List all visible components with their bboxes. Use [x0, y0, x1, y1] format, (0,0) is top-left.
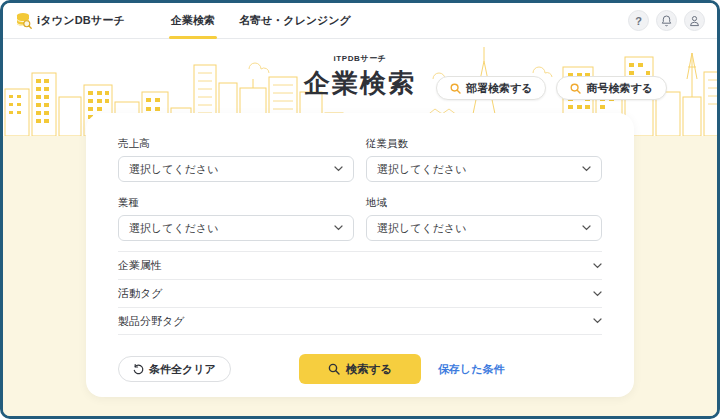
accordion-activity-tags[interactable]: 活動タグ [118, 279, 602, 307]
industry-select-value: 選択してください [129, 221, 219, 236]
account-button[interactable] [684, 10, 705, 31]
notifications-button[interactable] [656, 10, 677, 31]
chevron-down-icon [334, 166, 343, 172]
saved-conditions-link[interactable]: 保存した条件 [438, 362, 505, 377]
hero-action-buttons: 部署検索する 商号検索する [436, 76, 667, 100]
accordion-product-field-tags[interactable]: 製品分野タグ [118, 307, 602, 335]
navbar-utility-buttons: ? [628, 10, 705, 31]
main-nav-tabs: 企業検索 名寄せ・クレンジング [159, 3, 363, 39]
app-logo[interactable]: iタウンDBサーチ [15, 12, 125, 29]
advanced-filter-accordions: 企業属性 活動タグ 製品分野タグ [118, 251, 602, 335]
search-submit-label: 検索する [346, 362, 393, 377]
search-icon [450, 83, 461, 94]
company-attributes-label: 企業属性 [118, 258, 162, 273]
clear-all-conditions-label: 条件全クリア [149, 362, 216, 377]
chevron-down-icon [334, 225, 343, 231]
page-background: 売上高 選択してください 従業員数 選択してください [3, 136, 717, 416]
department-search-label: 部署検索する [466, 81, 533, 96]
revenue-select[interactable]: 選択してください [118, 156, 354, 182]
chevron-down-icon [593, 291, 602, 297]
chevron-down-icon [582, 166, 591, 172]
search-conditions-card: 売上高 選択してください 従業員数 選択してください [86, 113, 634, 397]
accordion-company-attributes[interactable]: 企業属性 [118, 251, 602, 279]
person-icon [689, 15, 700, 27]
search-icon [328, 363, 340, 375]
employees-select[interactable]: 選択してください [366, 156, 602, 182]
app-logo-label: iタウンDBサーチ [37, 13, 125, 28]
region-label: 地域 [366, 196, 602, 210]
top-navbar: iタウンDBサーチ 企業検索 名寄せ・クレンジング ? [3, 3, 717, 39]
chevron-down-icon [593, 318, 602, 324]
chevron-down-icon [593, 263, 602, 269]
trade-name-search-button[interactable]: 商号検索する [556, 76, 667, 100]
employees-label: 従業員数 [366, 137, 602, 151]
field-revenue: 売上高 選択してください [118, 137, 354, 182]
field-industry: 業種 選択してください [118, 196, 354, 241]
help-button[interactable]: ? [628, 10, 649, 31]
revenue-label: 売上高 [118, 137, 354, 151]
tab-company-search[interactable]: 企業検索 [159, 3, 227, 39]
department-search-button[interactable]: 部署検索する [436, 76, 547, 100]
chevron-down-icon [582, 225, 591, 231]
hero-subtitle: iTPDBサーチ [3, 53, 717, 64]
industry-select[interactable]: 選択してください [118, 215, 354, 241]
search-icon [570, 83, 581, 94]
app-window: iタウンDBサーチ 企業検索 名寄せ・クレンジング ? [0, 0, 720, 419]
region-select-value: 選択してください [377, 221, 467, 236]
database-search-logo-icon [15, 12, 32, 29]
trade-name-search-label: 商号検索する [586, 81, 653, 96]
product-field-tags-label: 製品分野タグ [118, 314, 185, 329]
field-employees: 従業員数 選択してください [366, 137, 602, 182]
search-filter-grid: 売上高 選択してください 従業員数 選択してください [118, 137, 602, 241]
tab-company-search-label: 企業検索 [171, 13, 215, 28]
reset-icon [133, 364, 144, 375]
question-mark-icon: ? [635, 15, 642, 27]
revenue-select-value: 選択してください [129, 162, 219, 177]
bell-icon [661, 15, 672, 27]
search-submit-button[interactable]: 検索する [299, 354, 421, 384]
region-select[interactable]: 選択してください [366, 215, 602, 241]
clear-all-conditions-button[interactable]: 条件全クリア [118, 356, 231, 382]
tab-name-matching-label: 名寄せ・クレンジング [239, 13, 351, 28]
field-region: 地域 選択してください [366, 196, 602, 241]
card-footer-actions: 条件全クリア 検索する 保存した条件 [118, 354, 602, 384]
employees-select-value: 選択してください [377, 162, 467, 177]
activity-tags-label: 活動タグ [118, 286, 163, 301]
industry-label: 業種 [118, 196, 354, 210]
tab-name-matching-cleansing[interactable]: 名寄せ・クレンジング [227, 3, 363, 39]
